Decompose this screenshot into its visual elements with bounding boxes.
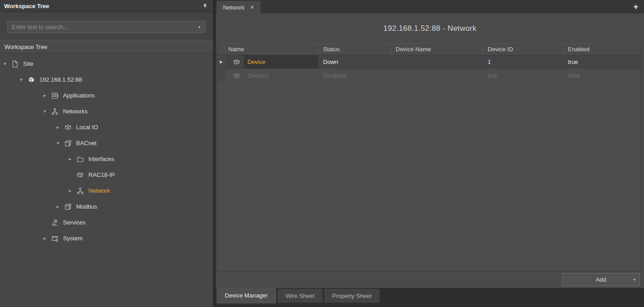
protocol-icon — [64, 203, 75, 210]
device-icon — [77, 171, 87, 179]
expander-icon[interactable]: ▾ — [4, 61, 11, 66]
tree-item-system[interactable]: ▸System — [0, 230, 213, 246]
document-tab-bar: Network ✕ + — [216, 0, 644, 14]
search-dropdown-caret-icon[interactable]: ▾ — [194, 21, 205, 33]
tree-section-label: Workspace Tree — [0, 40, 213, 54]
expander-icon[interactable]: ▸ — [57, 204, 64, 209]
row-indicator-header — [217, 44, 226, 55]
new-tab-button[interactable]: + — [630, 1, 641, 12]
device-name-text: Device — [244, 55, 318, 68]
tree-item-modbus[interactable]: ▸Modbus — [0, 199, 213, 214]
workspace-tree-panel: Workspace Tree ▾ Workspace Tree ▾Site▾19… — [0, 0, 213, 307]
tree-item-label: System — [62, 235, 82, 242]
page-title: 192.168.1.52:88 - Network — [383, 24, 476, 33]
tree-item-label: Site — [22, 60, 33, 67]
main-panel: Network ✕ + 192.168.1.52:88 - Network Na… — [216, 0, 644, 307]
expander-icon[interactable]: ▾ — [20, 77, 28, 82]
document-icon — [11, 60, 22, 68]
tree-item-applications[interactable]: ▸Applications — [0, 88, 213, 103]
cell-name: Device1 — [226, 69, 319, 82]
tree-item-services[interactable]: Services — [0, 214, 213, 230]
expander-icon[interactable]: ▾ — [57, 141, 64, 146]
tree-item-site[interactable]: ▾Site — [0, 56, 213, 72]
tree-item-label: Applications — [62, 92, 95, 99]
panel-title: Workspace Tree — [4, 3, 201, 10]
add-button[interactable]: Add ▾ — [562, 273, 640, 286]
tree-item-label: Services — [62, 219, 86, 226]
network-icon — [51, 108, 62, 115]
view-tab-device-manager[interactable]: Device Manager — [217, 288, 276, 303]
close-icon[interactable]: ✕ — [250, 5, 254, 10]
tab-network[interactable]: Network ✕ — [217, 1, 261, 14]
controller-icon — [28, 76, 39, 83]
tree-item-192-168-1-52-88[interactable]: ▾192.168.1.52:88 — [0, 72, 213, 88]
search-area: ▾ — [0, 12, 213, 40]
view-tab-strip: Device ManagerWire SheetProperty Sheet — [216, 288, 644, 307]
workspace-tree-header: Workspace Tree — [0, 0, 213, 12]
device-name-text: Device1 — [244, 69, 318, 82]
tree-item-label: Modbus — [75, 203, 97, 210]
cell-status: Disabled — [319, 69, 391, 82]
cell-device-id: 1 — [483, 55, 563, 68]
expander-icon[interactable]: ▸ — [69, 188, 77, 193]
view-tab-wire-sheet[interactable]: Wire Sheet — [277, 289, 323, 303]
column-header-device-id[interactable]: Device ID — [483, 44, 563, 55]
cell-enabled: true — [563, 55, 640, 68]
search-box: ▾ — [7, 21, 206, 33]
tree-item-label: 192.168.1.52:88 — [39, 76, 82, 83]
tree-item-label: Local IO — [75, 124, 98, 131]
column-header-status[interactable]: Status — [319, 44, 391, 55]
protocol-icon — [64, 140, 75, 147]
grid-body: ▶DeviceDown1trueDevice1Disablednullfalse — [217, 55, 640, 83]
device-icon — [233, 72, 244, 79]
add-dropdown-caret-icon[interactable]: ▾ — [629, 277, 639, 282]
view-tab-property-sheet[interactable]: Property Sheet — [324, 289, 380, 303]
cell-device-name — [391, 55, 483, 68]
system-icon — [51, 235, 62, 242]
grid-toolbar: Add ▾ — [217, 271, 640, 288]
tree-item-label: Networks — [62, 108, 87, 115]
tree-item-interfaces[interactable]: ▸Interfaces — [0, 151, 213, 167]
table-row-device[interactable]: ▶DeviceDown1true — [217, 55, 640, 69]
workspace-tree: ▾Site▾192.168.1.52:88▸Applications▾Netwo… — [0, 54, 213, 246]
table-row-device1[interactable]: Device1Disablednullfalse — [217, 69, 640, 83]
expander-icon[interactable]: ▸ — [57, 125, 64, 130]
device-icon — [233, 58, 244, 66]
view-title-bar: 192.168.1.52:88 - Network — [216, 14, 644, 43]
tree-item-rac18-ip[interactable]: RAC18-IP — [0, 167, 213, 183]
tree-item-bacnet[interactable]: ▾BACnet — [0, 135, 213, 151]
expander-icon[interactable]: ▸ — [69, 156, 77, 161]
tree-item-label: Network — [87, 187, 110, 194]
column-header-name[interactable]: Name — [226, 44, 319, 55]
tree-item-label: Interfaces — [87, 156, 114, 162]
tree-item-label: RAC18-IP — [87, 171, 115, 178]
tree-item-networks[interactable]: ▾Networks — [0, 103, 213, 119]
applications-icon — [51, 92, 62, 99]
device-grid: NameStatusDevice NameDevice IDEnabled ▶D… — [217, 43, 640, 271]
services-icon — [51, 219, 62, 226]
search-input[interactable] — [8, 21, 194, 33]
tree-item-label: BACnet — [75, 140, 97, 146]
cell-name: Device — [226, 55, 319, 68]
column-header-enabled[interactable]: Enabled — [563, 44, 640, 55]
tree-item-local-io[interactable]: ▸Local IO — [0, 119, 213, 135]
cell-enabled: false — [563, 69, 640, 82]
cell-device-name — [391, 69, 483, 82]
folder-icon — [77, 156, 87, 163]
expander-icon[interactable]: ▸ — [44, 93, 51, 98]
pin-icon[interactable] — [201, 2, 209, 10]
cell-device-id: null — [483, 69, 563, 82]
column-header-device-name[interactable]: Device Name — [391, 44, 483, 55]
expander-icon[interactable]: ▾ — [44, 109, 51, 114]
row-indicator — [217, 69, 226, 82]
expander-icon[interactable]: ▸ — [44, 236, 51, 241]
cell-status: Down — [319, 55, 391, 68]
row-indicator: ▶ — [217, 55, 226, 68]
device-icon — [64, 124, 75, 131]
network-icon — [77, 187, 87, 195]
tree-item-network[interactable]: ▸Network — [0, 183, 213, 199]
grid-header-row: NameStatusDevice NameDevice IDEnabled — [217, 44, 640, 55]
